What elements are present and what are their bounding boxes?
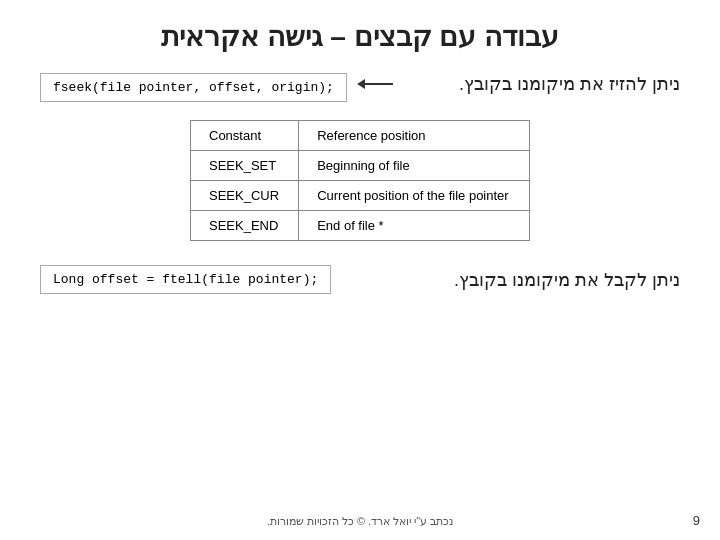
fseek-code: fseek(file pointer, offset, origin); <box>40 73 347 102</box>
ftell-code: Long offset = ftell(file pointer); <box>40 265 331 294</box>
table-row: SEEK_CURCurrent position of the file poi… <box>191 181 530 211</box>
page-number: 9 <box>693 513 700 528</box>
arrow-text-row: ניתן להזיז את מיקומנו בקובץ. <box>357 73 680 95</box>
cell-constant: SEEK_SET <box>191 151 299 181</box>
col-constant: Constant <box>191 121 299 151</box>
cell-constant: SEEK_CUR <box>191 181 299 211</box>
page-title: עבודה עם קבצים – גישה אקראית <box>40 20 680 53</box>
fseek-section: fseek(file pointer, offset, origin); נית… <box>40 73 680 102</box>
svg-marker-1 <box>357 79 365 89</box>
constants-table: Constant Reference position SEEK_SETBegi… <box>190 120 530 241</box>
fseek-description: ניתן להזיז את מיקומנו בקובץ. <box>401 73 680 95</box>
cell-reference: Current position of the file pointer <box>299 181 530 211</box>
table-row: SEEK_SETBeginning of file <box>191 151 530 181</box>
cell-reference: End of file * <box>299 211 530 241</box>
footer-text: נכתב ע"י יואל ארד. © כל הזכויות שמורות. <box>0 515 720 528</box>
cell-constant: SEEK_END <box>191 211 299 241</box>
col-reference: Reference position <box>299 121 530 151</box>
table-header-row: Constant Reference position <box>191 121 530 151</box>
arrow-left-icon <box>357 75 393 93</box>
ftell-description: ניתן לקבל את מיקומנו בקובץ. <box>351 269 680 291</box>
constants-table-section: Constant Reference position SEEK_SETBegi… <box>40 120 680 241</box>
table-row: SEEK_ENDEnd of file * <box>191 211 530 241</box>
ftell-section: Long offset = ftell(file pointer); ניתן … <box>40 265 680 294</box>
cell-reference: Beginning of file <box>299 151 530 181</box>
